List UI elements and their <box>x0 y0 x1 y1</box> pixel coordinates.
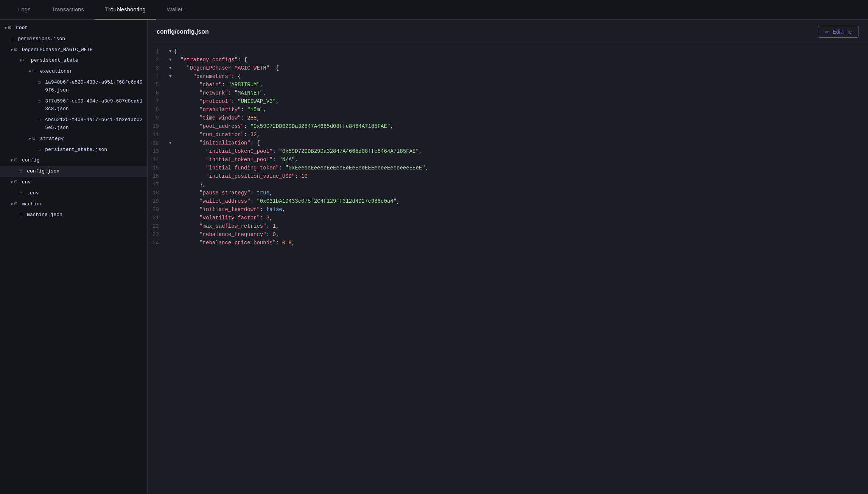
tab-logs[interactable]: Logs <box>8 0 41 20</box>
file-tree-sidebar: root permissions.json DegenLPChaser_MAGI… <box>0 20 148 494</box>
line-content: "run_duration": 32, <box>174 130 868 139</box>
line-content: "initial_position_value_USD": 10 <box>174 172 868 180</box>
code-line-17: 17 }, <box>148 180 868 189</box>
chevron-down-icon <box>5 24 7 32</box>
folder-icon <box>14 200 17 208</box>
line-number: 13 <box>148 147 166 155</box>
collapse-icon[interactable]: ▼ <box>166 64 174 72</box>
code-content[interactable]: 1▼{2▼ "strategy_configs": {3▼ "DegenLPCh… <box>148 44 868 494</box>
line-number: 12 <box>148 139 166 147</box>
line-number: 11 <box>148 130 166 139</box>
tree-item-persistent-state[interactable]: persistent_state <box>0 55 147 66</box>
line-content: "DegenLPChaser_MAGIC_WETH": { <box>174 64 868 72</box>
tree-item-machine[interactable]: machine <box>0 199 147 210</box>
tree-item-env[interactable]: env <box>0 177 147 188</box>
folder-icon <box>8 24 11 32</box>
tab-wallet[interactable]: Wallet <box>156 0 193 20</box>
tree-item-persistent-state-json[interactable]: persistent_state.json <box>0 144 147 155</box>
line-number: 4 <box>148 72 166 81</box>
edit-file-button[interactable]: Edit File <box>818 26 859 38</box>
tree-item-machine-json[interactable]: machine.json <box>0 210 147 221</box>
chevron-down-icon <box>11 200 13 208</box>
code-line-22: 22 "max_sadflow_retries": 1, <box>148 222 868 230</box>
code-line-23: 23 "rebalance_frequency": 0, <box>148 230 868 239</box>
chevron-down-icon <box>11 46 13 54</box>
file-icon <box>20 168 22 176</box>
code-line-11: 11 "run_duration": 32, <box>148 130 868 139</box>
tree-item-config[interactable]: config <box>0 155 147 166</box>
code-line-15: 15 "initial_funding_token": "0xEeeeeEeee… <box>148 164 868 172</box>
line-number: 19 <box>148 197 166 205</box>
tree-item-degenLP[interactable]: DegenLPChaser_MAGIC_WETH <box>0 45 147 56</box>
line-number: 10 <box>148 122 166 130</box>
collapse-icon[interactable]: ▼ <box>166 47 174 56</box>
folder-icon <box>33 135 36 143</box>
line-content: "network": "MAINNET", <box>174 89 868 97</box>
line-content: "initial_token1_pool": "N/A", <box>174 155 868 164</box>
line-number: 17 <box>148 180 166 189</box>
tab-bar: Logs Transactions Troubleshooting Wallet <box>0 0 868 20</box>
file-icon <box>11 35 13 43</box>
tree-item-config-json[interactable]: config.json <box>0 166 147 177</box>
tree-item-file3[interactable]: cbc62125-f408-4a17-b641-1b2e1ab025e5.jso… <box>0 115 147 134</box>
line-content: "pause_strategy": true, <box>174 189 868 197</box>
line-content: "chain": "ARBITRUM", <box>174 81 868 89</box>
tree-item-file1[interactable]: 1a940b6f-e520-433c-a951-f68fc6d499f6.jso… <box>0 77 147 96</box>
code-editor: config/config.json Edit File 1▼{2▼ "stra… <box>148 20 868 494</box>
code-line-13: 13 "initial_token0_pool": "0x59D72DDB29D… <box>148 147 868 155</box>
line-number: 22 <box>148 222 166 230</box>
line-content: "time_window": 288, <box>174 114 868 122</box>
line-content: "parameters": { <box>174 72 868 81</box>
line-number: 5 <box>148 81 166 89</box>
tree-item-file2[interactable]: 3f7d596f-cc09-404c-a3c9-687d8cab13c8.jso… <box>0 96 147 115</box>
line-content: "initial_funding_token": "0xEeeeeEeeeeEe… <box>174 164 868 172</box>
tab-transactions[interactable]: Transactions <box>41 0 95 20</box>
folder-icon <box>14 157 17 165</box>
code-line-19: 19 "wallet_address": "0x031bA1D433c075f2… <box>148 197 868 205</box>
line-content: { <box>174 47 868 56</box>
folder-icon <box>33 68 36 76</box>
line-number: 16 <box>148 172 166 180</box>
collapse-icon[interactable]: ▼ <box>166 72 174 81</box>
collapse-icon[interactable]: ▼ <box>166 139 174 147</box>
code-line-8: 8 "granularity": "15m", <box>148 106 868 114</box>
code-line-7: 7 "protocol": "UNISWAP_V3", <box>148 97 868 106</box>
tab-troubleshooting[interactable]: Troubleshooting <box>95 0 156 20</box>
line-number: 9 <box>148 114 166 122</box>
line-number: 20 <box>148 205 166 214</box>
chevron-down-icon <box>29 135 31 143</box>
file-icon <box>20 211 22 219</box>
code-line-24: 24 "rebalance_price_bounds": 0.8, <box>148 239 868 247</box>
chevron-down-icon <box>11 179 13 186</box>
line-number: 18 <box>148 189 166 197</box>
folder-icon <box>14 179 17 186</box>
file-icon <box>38 146 40 154</box>
tree-item-strategy[interactable]: strategy <box>0 134 147 144</box>
code-line-5: 5 "chain": "ARBITRUM", <box>148 81 868 89</box>
editor-header: config/config.json Edit File <box>148 20 868 44</box>
code-line-10: 10 "pool_address": "0x59D72DDB29Da32847A… <box>148 122 868 130</box>
code-line-1: 1▼{ <box>148 47 868 56</box>
tree-item-executioner[interactable]: executioner <box>0 66 147 77</box>
line-number: 3 <box>148 64 166 72</box>
line-number: 7 <box>148 97 166 106</box>
line-number: 8 <box>148 106 166 114</box>
line-content: "rebalance_frequency": 0, <box>174 230 868 239</box>
chevron-down-icon <box>20 57 22 65</box>
line-number: 6 <box>148 89 166 97</box>
line-content: "pool_address": "0x59D72DDB29Da32847A466… <box>174 122 868 130</box>
line-content: "initialization": { <box>174 139 868 147</box>
tree-item-root[interactable]: root <box>0 23 147 34</box>
code-line-2: 2▼ "strategy_configs": { <box>148 56 868 64</box>
collapse-icon[interactable]: ▼ <box>166 56 174 64</box>
tree-item-env-file[interactable]: .env <box>0 188 147 199</box>
file-icon <box>38 98 40 106</box>
folder-icon <box>23 57 26 65</box>
line-number: 21 <box>148 214 166 222</box>
line-content: "rebalance_price_bounds": 0.8, <box>174 239 868 247</box>
tree-item-permissions[interactable]: permissions.json <box>0 34 147 45</box>
code-line-9: 9 "time_window": 288, <box>148 114 868 122</box>
line-number: 2 <box>148 56 166 64</box>
code-line-14: 14 "initial_token1_pool": "N/A", <box>148 155 868 164</box>
code-line-16: 16 "initial_position_value_USD": 10 <box>148 172 868 180</box>
